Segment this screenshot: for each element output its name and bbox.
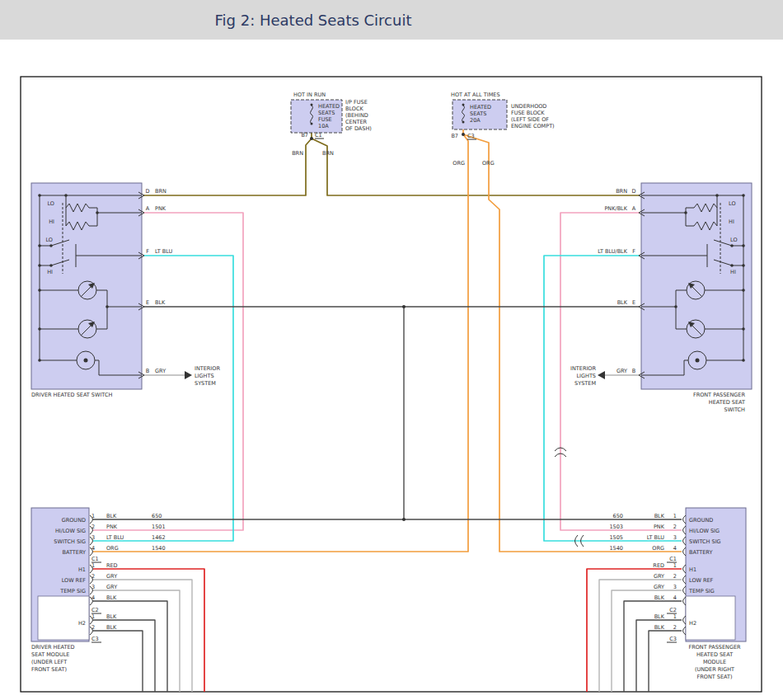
connector-id: C2: [669, 607, 677, 613]
pin-letter: A: [146, 205, 150, 212]
wire-color-label: ORG: [482, 160, 495, 167]
wire-brn-passenger: [312, 139, 640, 195]
wire-color-label: BLK: [106, 513, 117, 519]
driver-switch-internals: [31, 183, 142, 389]
module-function-label: H1: [78, 566, 86, 573]
pin-number: 2: [91, 573, 95, 580]
wire-color-label: BLK: [654, 613, 665, 620]
pin-number: 2: [91, 524, 95, 530]
passenger-module: GROUND HI/LOW SIG SWITCH SIG BATTERY H1 …: [609, 508, 746, 680]
hi-label: HI: [730, 269, 736, 275]
interior-lights-label: INTERIOR: [195, 365, 220, 372]
wire-color-label: PNK: [155, 205, 166, 212]
connector-id: C1: [315, 132, 322, 139]
interior-lights-label: LIGHTS: [195, 373, 214, 379]
pin-number: 2: [673, 524, 677, 530]
component-caption: HEATED SEAT: [709, 399, 745, 406]
fuse-dot-bottom: [462, 121, 465, 124]
circuit-number: 1503: [609, 524, 623, 530]
component-caption: DRIVER HEATED: [31, 644, 75, 651]
wire-blk-driver-c2: [93, 601, 167, 692]
pin-letter: B: [632, 368, 635, 374]
fuse-note: FUSE BLOCK: [511, 110, 545, 116]
fuse-name: SEATS: [318, 110, 335, 116]
circuit-number: 650: [613, 513, 623, 519]
pin-letter: D: [631, 188, 635, 195]
pin-number: 2: [673, 624, 677, 631]
fuse-dot-bottom: [311, 123, 313, 125]
fuse-note: CENTER: [345, 119, 368, 125]
fuse-name: 20A: [470, 117, 481, 124]
wires: [93, 122, 682, 692]
lo-label: LO: [729, 200, 736, 207]
fuse-note: (BEHIND: [345, 112, 368, 119]
hot-label: HOT IN RUN: [293, 92, 326, 98]
pin-letter: F: [146, 248, 149, 255]
connector-id: C1: [669, 556, 677, 562]
module-function-label: LOW REF: [62, 577, 87, 584]
junction-dot: [402, 518, 406, 521]
pin-brackets: [683, 515, 687, 635]
hi-label: HI: [49, 218, 54, 225]
fuse-dot-top: [311, 104, 313, 106]
passenger-switch-internals: [641, 183, 752, 389]
pin-letter: D: [145, 188, 149, 195]
pin-number: 4: [91, 594, 95, 601]
pin-number: 1: [673, 613, 677, 620]
wire-color-label: BRN: [292, 150, 303, 157]
pin-number: 3: [91, 584, 95, 590]
ip-fuse-block: HOT IN RUN HEATED SEATS FUSE 10A I/P FUS…: [291, 92, 372, 157]
connector-id: C3: [467, 133, 475, 139]
component-caption: FRONT PASSENGER: [693, 392, 746, 398]
wire-color-label: BRN: [322, 150, 334, 157]
circuit-number: 1540: [152, 545, 166, 552]
module-function-label: GROUND: [62, 517, 86, 524]
pin-number: 3: [91, 534, 95, 541]
wire-color-label: BLK: [654, 624, 665, 631]
wire-gry-driver-tempsig: [93, 590, 180, 692]
connector-id: C2: [91, 607, 99, 613]
interior-lights-arrow: [185, 371, 192, 379]
interior-lights-label: LIGHTS: [576, 373, 596, 379]
hot-label: HOT AT ALL TIMES: [451, 92, 500, 98]
component-caption: SWITCH: [724, 406, 746, 413]
module-function-label: H2: [78, 620, 86, 627]
wire-color-label: BLK: [617, 299, 628, 306]
interior-lights-label: INTERIOR: [570, 365, 596, 372]
module-function-label: H1: [689, 566, 696, 573]
wire-color-label: LT BLU: [155, 248, 173, 255]
pin-number: 2: [91, 624, 95, 631]
pin-letter: E: [632, 299, 635, 306]
wire-color-label: GRY: [155, 368, 166, 374]
wire-color-label: LT BLU: [647, 534, 665, 541]
wire-color-label: BLK: [654, 513, 665, 519]
pin-number: 3: [673, 534, 677, 541]
connector-id: C1: [91, 556, 99, 562]
module-function-label: H2: [689, 620, 696, 627]
fuse-name: HEATED: [470, 104, 491, 110]
wire-org-driver: [93, 122, 468, 552]
wire-color-label: PNK/BLK: [604, 205, 627, 212]
fuse-note: ENGINE COMPT): [511, 123, 555, 129]
junction-dot: [462, 133, 465, 136]
connector-id: B7: [301, 132, 308, 139]
component-caption: FRONT PASSENGER: [688, 644, 741, 651]
component-caption: (UNDER RIGHT: [695, 666, 734, 673]
component-caption: MODULE: [703, 659, 726, 665]
wire-blk-driver-h2b: [93, 631, 143, 692]
inline-connectors: [402, 305, 584, 547]
fuse-name: HEATED: [318, 103, 340, 110]
module-inner-block: [38, 596, 89, 640]
fuse-note: (LEFT SIDE OF: [511, 116, 549, 123]
interior-lights-arrow: [598, 371, 605, 379]
wire-brn-driver: [143, 124, 312, 195]
interior-lights-label: SYSTEM: [195, 380, 216, 387]
circuit-number: 1462: [152, 534, 166, 541]
wire-color-label: GRY: [654, 584, 664, 590]
wire-color-label: GRY: [617, 368, 627, 374]
lo-label: LO: [47, 200, 54, 207]
module-function-label: TEMP SIG: [59, 588, 86, 594]
module-function-label: TEMP SIG: [688, 588, 715, 594]
wire-color-label: GRY: [106, 573, 117, 580]
fuse-name: SEATS: [470, 110, 486, 117]
